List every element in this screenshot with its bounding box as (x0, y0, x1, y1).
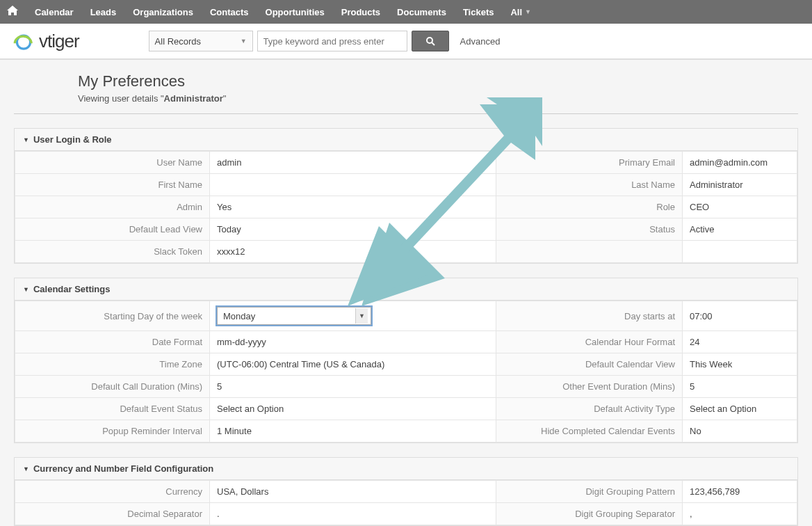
table-row: Time Zone (UTC-06:00) Central Time (US &… (15, 353, 797, 376)
search-icon (425, 36, 435, 46)
panel-user-login-header[interactable]: ▼ User Login & Role (15, 129, 797, 151)
nav-documents[interactable]: Documents (389, 7, 455, 17)
panel-calendar-title: Calendar Settings (33, 284, 111, 294)
nav-all[interactable]: All ▼ (502, 7, 539, 17)
field-value[interactable] (683, 241, 797, 263)
field-label: Decimal Separator (15, 503, 210, 525)
panel-currency-header[interactable]: ▼ Currency and Number Field Configuratio… (15, 458, 797, 480)
field-label: Slack Token (15, 241, 210, 263)
page-header: My Preferences Viewing user details "Adm… (0, 60, 812, 113)
field-value[interactable]: No (683, 420, 797, 443)
panel-calendar-settings: ▼ Calendar Settings Starting Day of the … (14, 278, 798, 443)
starting-day-select[interactable]: Monday ▼ (217, 307, 371, 325)
table-row: Default Lead View Today Status Active (15, 218, 797, 241)
nav-all-label: All (510, 7, 522, 17)
field-value[interactable]: 07:00 (683, 301, 797, 331)
field-value[interactable]: Yes (210, 196, 496, 218)
page-subtitle: Viewing user details "Administrator" (78, 93, 812, 104)
field-label: First Name (15, 174, 210, 196)
field-label: Day starts at (496, 301, 683, 331)
svg-point-0 (427, 38, 432, 43)
field-value[interactable]: Select an Option (683, 398, 797, 420)
field-value[interactable]: 1 Minute (210, 420, 496, 443)
records-scope-label: All Records (155, 36, 201, 47)
field-label: Default Calendar View (496, 353, 683, 376)
records-scope-select[interactable]: All Records ▼ (149, 31, 253, 51)
panel-user-login-title: User Login & Role (33, 134, 112, 145)
search-button[interactable] (412, 31, 449, 51)
field-label: Last Name (496, 174, 683, 196)
field-label (496, 241, 683, 263)
field-value[interactable]: Active (683, 218, 797, 241)
caret-down-icon: ▼ (23, 136, 29, 143)
field-label: Popup Reminder Interval (15, 420, 210, 443)
field-value[interactable]: . (210, 503, 496, 525)
logo[interactable]: vtiger (13, 31, 79, 52)
calendar-settings-table: Starting Day of the week Monday ▼ Day st… (15, 301, 797, 443)
field-value[interactable]: Select an Option (210, 398, 496, 420)
field-value[interactable]: 24 (683, 331, 797, 353)
field-label: Currency (15, 481, 210, 503)
field-value[interactable]: admin (210, 152, 496, 174)
field-value[interactable]: 5 (210, 376, 496, 398)
home-icon[interactable] (7, 6, 18, 18)
field-label: User Name (15, 152, 210, 174)
chevron-down-icon: ▼ (355, 308, 368, 324)
field-value[interactable]: 123,456,789 (683, 481, 797, 503)
field-value[interactable]: admin@admin.com (683, 152, 797, 174)
table-row: Currency USA, Dollars Digit Grouping Pat… (15, 481, 797, 503)
table-row: Date Format mm-dd-yyyy Calendar Hour For… (15, 331, 797, 353)
field-value[interactable] (210, 174, 496, 196)
field-label: Hide Completed Calendar Events (496, 420, 683, 443)
field-value[interactable]: This Week (683, 353, 797, 376)
field-label: Default Event Status (15, 398, 210, 420)
nav-calendar[interactable]: Calendar (26, 7, 82, 17)
table-row: Decimal Separator . Digit Grouping Separ… (15, 503, 797, 525)
logo-text: vtiger (39, 31, 79, 52)
currency-table: Currency USA, Dollars Digit Grouping Pat… (15, 480, 797, 525)
top-navbar: Calendar Leads Organizations Contacts Op… (0, 0, 812, 24)
chevron-down-icon: ▼ (525, 8, 531, 15)
svg-line-1 (432, 42, 435, 45)
field-value[interactable]: mm-dd-yyyy (210, 331, 496, 353)
caret-down-icon: ▼ (23, 465, 29, 472)
table-row: Admin Yes Role CEO (15, 196, 797, 218)
header-bar: vtiger All Records ▼ Advanced (0, 24, 812, 60)
advanced-search-link[interactable]: Advanced (460, 36, 501, 47)
field-value[interactable]: (UTC-06:00) Central Time (US & Canada) (210, 353, 496, 376)
field-value: Monday ▼ (210, 301, 496, 331)
field-label: Calendar Hour Format (496, 331, 683, 353)
field-value[interactable]: USA, Dollars (210, 481, 496, 503)
table-row: Starting Day of the week Monday ▼ Day st… (15, 301, 797, 331)
field-value[interactable]: , (683, 503, 797, 525)
field-label: Other Event Duration (Mins) (496, 376, 683, 398)
panel-currency-title: Currency and Number Field Configuration (33, 463, 213, 474)
field-value[interactable]: xxxx12 (210, 241, 496, 263)
field-label: Starting Day of the week (15, 301, 210, 331)
table-row: Popup Reminder Interval 1 Minute Hide Co… (15, 420, 797, 443)
nav-tickets[interactable]: Tickets (455, 7, 503, 17)
field-label: Time Zone (15, 353, 210, 376)
panel-calendar-header[interactable]: ▼ Calendar Settings (15, 278, 797, 301)
field-label: Primary Email (496, 152, 683, 174)
field-value[interactable]: Today (210, 218, 496, 241)
field-value[interactable]: 5 (683, 376, 797, 398)
field-value[interactable]: Administrator (683, 174, 797, 196)
table-row: Default Call Duration (Mins) 5 Other Eve… (15, 376, 797, 398)
field-label: Admin (15, 196, 210, 218)
page-title: My Preferences (78, 72, 812, 90)
nav-contacts[interactable]: Contacts (202, 7, 257, 17)
search-input[interactable] (257, 31, 407, 51)
field-value[interactable]: CEO (683, 196, 797, 218)
nav-products[interactable]: Products (333, 7, 389, 17)
nav-opportunities[interactable]: Opportunities (257, 7, 333, 17)
table-row: Slack Token xxxx12 (15, 241, 797, 263)
nav-organizations[interactable]: Organizations (124, 7, 202, 17)
nav-leads[interactable]: Leads (82, 7, 125, 17)
field-label: Date Format (15, 331, 210, 353)
panel-user-login: ▼ User Login & Role User Name admin Prim… (14, 128, 798, 264)
field-label: Status (496, 218, 683, 241)
field-label: Default Activity Type (496, 398, 683, 420)
chevron-down-icon: ▼ (241, 38, 247, 45)
user-login-table: User Name admin Primary Email admin@admi… (15, 151, 797, 263)
